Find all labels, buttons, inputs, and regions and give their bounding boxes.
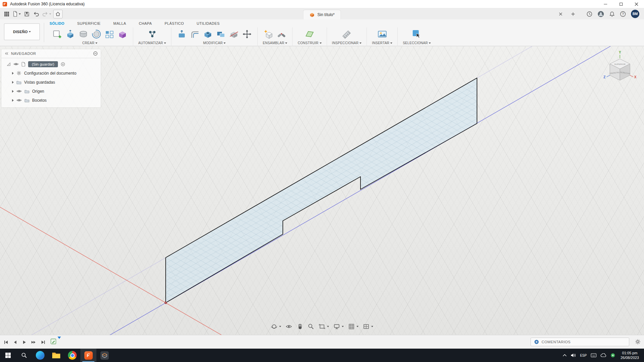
play-button[interactable] bbox=[21, 340, 27, 345]
help-button[interactable]: ? bbox=[620, 11, 626, 17]
tab-plastico[interactable]: PLÁSTICO bbox=[165, 21, 184, 25]
view-cube[interactable]: Y SUPERIOR FRONTAL DERECHA Z X bbox=[599, 50, 641, 88]
origin-point[interactable] bbox=[165, 302, 167, 304]
undo-button[interactable] bbox=[32, 10, 40, 18]
collapse-panel-icon[interactable] bbox=[4, 52, 9, 56]
expander-icon[interactable] bbox=[12, 81, 14, 84]
touch-keyboard-button[interactable] bbox=[589, 349, 598, 362]
taskbar-search-button[interactable] bbox=[16, 349, 32, 362]
combine-button[interactable] bbox=[216, 29, 226, 39]
taskbar-clock[interactable]: 01:05 pm 26/08/2023 bbox=[617, 351, 642, 360]
home-view-button[interactable] bbox=[53, 10, 63, 18]
close-button[interactable] bbox=[629, 0, 644, 8]
tab-solido[interactable]: SÓLIDO bbox=[50, 21, 65, 25]
data-panel-button[interactable] bbox=[3, 10, 11, 18]
move-button[interactable] bbox=[242, 29, 252, 39]
fit-view-button[interactable] bbox=[318, 323, 330, 331]
file-menu-button[interactable] bbox=[12, 10, 21, 18]
orbit-button[interactable] bbox=[270, 323, 282, 331]
tree-item-origin[interactable]: Origen bbox=[1, 87, 101, 96]
tab-malla[interactable]: MALLA bbox=[113, 21, 126, 25]
joint-button[interactable] bbox=[276, 29, 287, 39]
hidden-icons-button[interactable] bbox=[561, 349, 569, 362]
tab-utilidades[interactable]: UTILIDADES bbox=[196, 21, 220, 25]
taskbar-app-edge[interactable] bbox=[32, 349, 48, 362]
insert-canvas-button[interactable] bbox=[377, 29, 388, 39]
job-status-button[interactable] bbox=[586, 11, 592, 17]
shell-button[interactable] bbox=[203, 29, 213, 39]
group-inspeccionar-menu[interactable]: INSPECCIONAR bbox=[332, 41, 362, 45]
activate-component-icon[interactable] bbox=[61, 62, 65, 67]
create-form-button[interactable] bbox=[117, 29, 128, 39]
step-back-button[interactable] bbox=[12, 340, 18, 345]
comments-bar[interactable]: COMENTARIOS bbox=[531, 338, 629, 346]
onedrive-button[interactable] bbox=[598, 349, 609, 362]
language-indicator[interactable]: ESP bbox=[578, 349, 589, 362]
volume-button[interactable] bbox=[569, 349, 578, 362]
workspace-selector[interactable]: DISEÑO bbox=[4, 23, 40, 40]
group-crear-menu[interactable]: CREAR bbox=[82, 41, 98, 45]
root-document-label[interactable]: (Sin guardar) bbox=[28, 61, 58, 67]
measure-button[interactable] bbox=[341, 29, 352, 39]
viewports-button[interactable] bbox=[362, 323, 374, 331]
sketch-profile[interactable] bbox=[166, 78, 477, 303]
grid-snap-button[interactable] bbox=[347, 323, 359, 331]
tab-chapa[interactable]: CHAPA bbox=[139, 21, 152, 25]
automate-button[interactable] bbox=[147, 29, 158, 39]
create-sketch-button[interactable] bbox=[52, 29, 63, 39]
look-at-button[interactable] bbox=[285, 323, 293, 331]
notifications-button[interactable] bbox=[609, 11, 615, 17]
hide-all-icon[interactable] bbox=[93, 51, 98, 56]
redo-button[interactable] bbox=[42, 10, 52, 18]
minimize-button[interactable] bbox=[598, 0, 613, 8]
select-button[interactable] bbox=[411, 29, 422, 39]
group-insertar-menu[interactable]: INSERTAR bbox=[372, 41, 392, 45]
group-seleccionar-menu[interactable]: SELECCIONAR bbox=[403, 41, 431, 45]
tree-root-row[interactable]: (Sin guardar) bbox=[1, 60, 101, 69]
save-button[interactable] bbox=[23, 10, 31, 18]
taskbar-app-chrome[interactable] bbox=[64, 349, 80, 362]
pattern-button[interactable] bbox=[104, 29, 115, 39]
viewport-canvas[interactable]: NAVEGADOR (Sin guardar) Configuración de… bbox=[0, 46, 644, 349]
group-modificar-menu[interactable]: MODIFICAR bbox=[203, 41, 226, 45]
tray-app-button[interactable] bbox=[609, 349, 617, 362]
construction-plane-button[interactable] bbox=[304, 29, 315, 39]
tab-close-button[interactable] bbox=[557, 10, 564, 18]
extrude-button[interactable] bbox=[65, 29, 76, 39]
maximize-button[interactable] bbox=[613, 0, 629, 8]
display-settings-button[interactable] bbox=[333, 323, 344, 331]
taskbar-app-fusion[interactable] bbox=[80, 349, 96, 362]
timeline-position-marker[interactable] bbox=[58, 337, 61, 339]
new-component-button[interactable] bbox=[263, 29, 274, 39]
loft-button[interactable] bbox=[78, 29, 89, 39]
group-ensamblar-menu[interactable]: ENSAMBLAR bbox=[263, 41, 287, 45]
fillet-button[interactable] bbox=[189, 29, 200, 39]
tree-item-sketches[interactable]: Bocetos bbox=[1, 96, 101, 105]
expander-icon[interactable] bbox=[12, 72, 14, 75]
revolve-button[interactable] bbox=[91, 29, 102, 39]
tab-superficie[interactable]: SUPERFICIE bbox=[77, 21, 101, 25]
zoom-button[interactable] bbox=[307, 323, 315, 331]
press-pull-button[interactable] bbox=[176, 29, 187, 39]
tree-item-document-settings[interactable]: Configuración del documento bbox=[1, 69, 101, 78]
eye-icon[interactable] bbox=[16, 89, 22, 93]
tree-item-named-views[interactable]: Vistas guardadas bbox=[1, 78, 101, 87]
expander-icon[interactable] bbox=[12, 90, 14, 93]
start-button[interactable] bbox=[0, 349, 16, 362]
split-button[interactable] bbox=[229, 29, 239, 39]
profile-button[interactable] bbox=[597, 11, 604, 17]
timeline-settings-button[interactable] bbox=[635, 339, 641, 345]
eye-icon[interactable] bbox=[16, 98, 22, 102]
taskbar-app-3d-tool[interactable] bbox=[96, 349, 112, 362]
skip-to-start-button[interactable] bbox=[3, 340, 9, 345]
pan-button[interactable] bbox=[296, 323, 304, 331]
timeline-feature-sketch[interactable] bbox=[50, 338, 60, 347]
step-forward-button[interactable] bbox=[30, 340, 36, 345]
new-tab-button[interactable] bbox=[569, 10, 577, 18]
document-tab[interactable]: Sin título* bbox=[303, 10, 341, 19]
taskbar-app-explorer[interactable] bbox=[48, 349, 64, 362]
group-construir-menu[interactable]: CONSTRUIR bbox=[298, 41, 321, 45]
group-automatizar-menu[interactable]: AUTOMATIZAR bbox=[138, 41, 166, 45]
user-avatar[interactable]: BM bbox=[631, 10, 639, 18]
skip-to-end-button[interactable] bbox=[40, 340, 46, 345]
